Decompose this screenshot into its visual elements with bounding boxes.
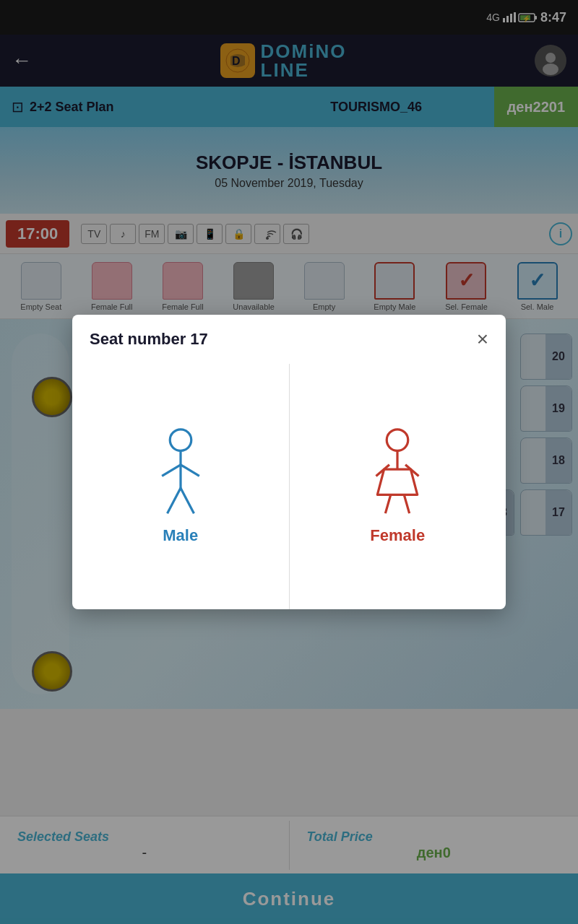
male-option[interactable]: Male [72,364,290,609]
male-figure-icon [152,428,210,515]
modal-body: Male Female [72,364,506,609]
gender-selection-modal: Seat number 17 × Male [72,315,506,609]
svg-point-19 [387,430,408,451]
modal-header: Seat number 17 × [72,315,506,364]
svg-line-25 [404,494,409,513]
svg-line-24 [386,494,391,513]
svg-line-15 [162,465,181,476]
svg-line-16 [181,465,199,476]
svg-point-13 [170,430,191,451]
svg-line-18 [181,488,194,513]
svg-line-17 [167,488,180,513]
female-figure-icon [368,428,426,515]
female-label: Female [370,526,425,545]
modal-title: Seat number 17 [90,330,208,349]
modal-overlay: Seat number 17 × Male [0,0,578,924]
female-option[interactable]: Female [290,364,506,609]
male-label: Male [163,526,198,545]
modal-close-button[interactable]: × [477,329,488,349]
svg-marker-21 [378,469,418,494]
